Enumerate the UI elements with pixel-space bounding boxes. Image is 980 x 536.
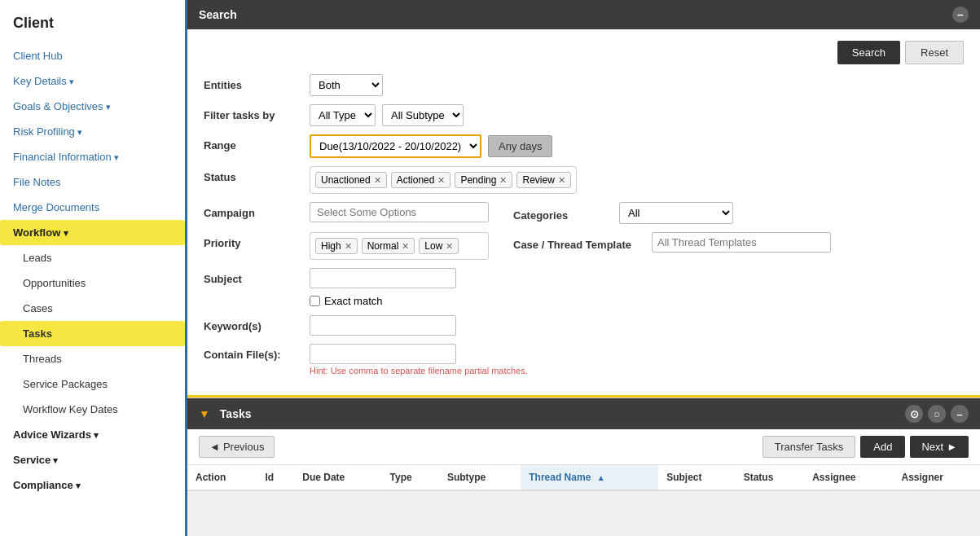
priority-tags-group: High ✕ Normal ✕ Low ✕ — [310, 232, 489, 260]
campaign-group: Campaign — [204, 202, 489, 222]
add-button[interactable]: Add — [860, 436, 905, 458]
sidebar-section-service[interactable]: Service — [0, 447, 185, 472]
tasks-collapse-icon[interactable]: – — [951, 405, 969, 423]
sidebar-item-client-hub[interactable]: Client Hub — [0, 43, 185, 68]
search-panel-collapse-icon[interactable]: – — [952, 7, 969, 23]
sidebar-item-financial-information[interactable]: Financial Information — [0, 144, 185, 169]
status-tag-review[interactable]: Review ✕ — [516, 172, 570, 188]
col-id[interactable]: Id — [257, 465, 295, 490]
sidebar-item-leads[interactable]: Leads — [0, 245, 185, 270]
priority-tag-low[interactable]: Low ✕ — [419, 238, 459, 254]
entities-row: Entities Both Individual Company — [204, 74, 964, 96]
sidebar-item-opportunities[interactable]: Opportunities — [0, 270, 185, 296]
thread-template-input[interactable] — [652, 232, 831, 253]
entities-select[interactable]: Both Individual Company — [310, 74, 383, 96]
tasks-panel-title: Tasks — [220, 407, 252, 420]
col-due-date[interactable]: Due Date — [294, 465, 381, 490]
range-select[interactable]: Due(13/10/2022 - 20/10/2022) — [310, 134, 481, 158]
range-label: Range — [204, 134, 310, 152]
status-label: Status — [204, 166, 310, 183]
remove-actioned-icon[interactable]: ✕ — [437, 175, 445, 186]
col-status[interactable]: Status — [736, 465, 805, 490]
contain-files-row: Contain File(s): Hint: Use comma to sepa… — [204, 344, 964, 376]
sidebar-section-compliance[interactable]: Compliance — [0, 472, 185, 498]
entities-controls: Both Individual Company — [310, 74, 383, 96]
col-action[interactable]: Action — [187, 465, 257, 490]
exact-match-checkbox[interactable] — [310, 296, 320, 306]
sidebar-item-merge-documents[interactable]: Merge Documents — [0, 195, 185, 220]
filter-subtype-select[interactable]: All Subtype — [382, 104, 464, 126]
reset-button[interactable]: Reset — [905, 41, 964, 64]
campaign-label: Campaign — [204, 202, 310, 219]
search-button[interactable]: Search — [837, 41, 900, 64]
range-controls: Due(13/10/2022 - 20/10/2022) Any days — [310, 134, 552, 158]
sidebar-item-risk-profiling[interactable]: Risk Profiling — [0, 119, 185, 144]
campaign-categories-row: Campaign Categories All — [204, 202, 964, 224]
remove-unactioned-icon[interactable]: ✕ — [374, 175, 381, 186]
keywords-input[interactable] — [310, 315, 456, 336]
subject-row: Subject Exact match — [204, 268, 964, 307]
sidebar-title: Client — [0, 8, 185, 43]
priority-tag-high[interactable]: High ✕ — [315, 238, 358, 254]
tasks-settings-icon[interactable]: ⊙ — [905, 405, 923, 423]
col-subtype[interactable]: Subtype — [439, 465, 521, 490]
tasks-table: Action Id Due Date Type Subtype Thread N… — [187, 465, 980, 491]
categories-label: Categories — [513, 204, 611, 222]
remove-high-icon[interactable]: ✕ — [345, 241, 352, 252]
filter-tasks-row: Filter tasks by All Type All Subtype — [204, 104, 964, 126]
next-button[interactable]: Next ► — [910, 436, 969, 458]
sidebar-item-file-notes[interactable]: File Notes — [0, 169, 185, 195]
sidebar-item-key-details[interactable]: Key Details — [0, 68, 185, 94]
col-type[interactable]: Type — [382, 465, 439, 490]
main-content: Search – Search Reset Entities Both Indi… — [187, 0, 980, 536]
sidebar-section-advice-wizards[interactable]: Advice Wizards — [0, 422, 185, 447]
col-thread-name[interactable]: Thread Name ▲ — [521, 465, 658, 490]
keywords-row: Keyword(s) — [204, 315, 964, 336]
sidebar-item-cases[interactable]: Cases — [0, 296, 185, 321]
remove-low-icon[interactable]: ✕ — [446, 241, 453, 252]
tasks-collapse-arrow[interactable]: ▼ — [199, 407, 210, 420]
tasks-options-icon[interactable]: ○ — [928, 405, 946, 423]
keywords-label: Keyword(s) — [204, 315, 310, 332]
search-panel-header: Search – — [187, 0, 980, 29]
sidebar-item-threads[interactable]: Threads — [0, 346, 185, 371]
sidebar-section-workflow[interactable]: Workflow — [0, 220, 185, 245]
tasks-panel: ▼ Tasks ⊙ ○ – ◄ Previous Transfer Tasks … — [187, 398, 980, 491]
filter-type-select[interactable]: All Type — [310, 104, 376, 126]
transfer-tasks-button[interactable]: Transfer Tasks — [762, 436, 856, 458]
hint-text: Hint: Use comma to separate filename par… — [310, 366, 528, 376]
status-tag-actioned[interactable]: Actioned ✕ — [391, 172, 451, 188]
search-body: Search Reset Entities Both Individual Co… — [187, 29, 980, 398]
range-row: Range Due(13/10/2022 - 20/10/2022) Any d… — [204, 134, 964, 158]
exact-match-row: Exact match — [310, 295, 456, 307]
status-row: Status Unactioned ✕ Actioned ✕ Pending ✕ — [204, 166, 964, 194]
sidebar-item-workflow-key-dates[interactable]: Workflow Key Dates — [0, 397, 185, 422]
subject-label: Subject — [204, 268, 310, 285]
categories-select[interactable]: All — [619, 202, 733, 224]
sidebar-item-service-packages[interactable]: Service Packages — [0, 371, 185, 397]
remove-normal-icon[interactable]: ✕ — [402, 241, 409, 252]
status-tag-unactioned[interactable]: Unactioned ✕ — [315, 172, 387, 188]
sidebar-item-goals-objectives[interactable]: Goals & Objectives — [0, 94, 185, 119]
remove-review-icon[interactable]: ✕ — [558, 175, 565, 186]
previous-button[interactable]: ◄ Previous — [199, 436, 275, 458]
search-panel: Search – Search Reset Entities Both Indi… — [187, 0, 980, 398]
priority-label: Priority — [204, 232, 310, 249]
status-tag-pending[interactable]: Pending ✕ — [455, 172, 512, 188]
previous-arrow-icon: ◄ — [209, 441, 220, 453]
col-subject[interactable]: Subject — [658, 465, 735, 490]
col-assignee[interactable]: Assignee — [804, 465, 893, 490]
remove-pending-icon[interactable]: ✕ — [499, 175, 507, 186]
campaign-input[interactable] — [310, 202, 489, 222]
contain-files-input[interactable] — [310, 344, 456, 364]
priority-tag-normal[interactable]: Normal ✕ — [362, 238, 415, 254]
case-template-group: Case / Thread Template — [513, 232, 831, 253]
tasks-toolbar: ◄ Previous Transfer Tasks Add Next ► — [187, 429, 980, 465]
sidebar-item-tasks[interactable]: Tasks — [0, 321, 185, 346]
search-top-buttons: Search Reset — [204, 41, 964, 64]
subject-input[interactable] — [310, 268, 456, 288]
any-days-button[interactable]: Any days — [488, 135, 552, 157]
col-assigner[interactable]: Assigner — [894, 465, 980, 490]
sidebar: Client Client Hub Key Details Goals & Ob… — [0, 0, 187, 536]
priority-group: Priority High ✕ Normal ✕ Low ✕ — [204, 232, 489, 260]
